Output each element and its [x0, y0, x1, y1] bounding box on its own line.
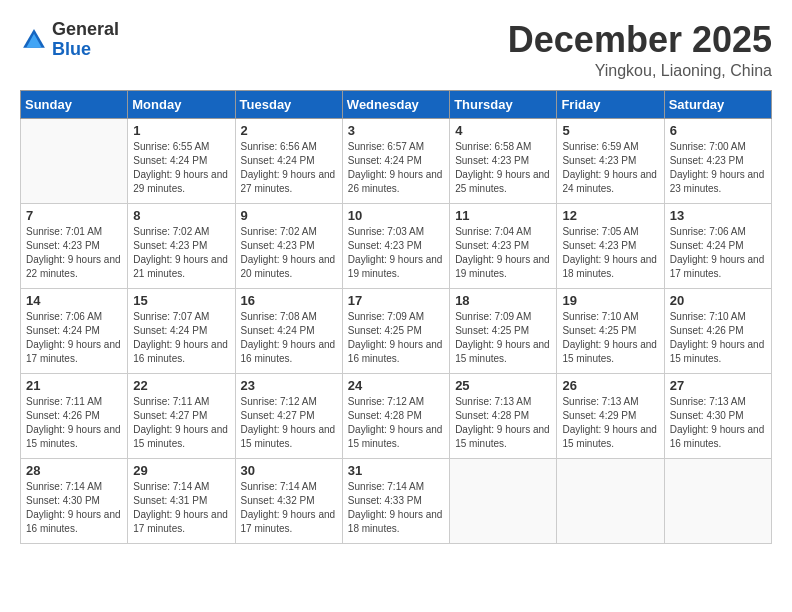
- day-info: Sunrise: 7:06 AMSunset: 4:24 PMDaylight:…: [26, 310, 122, 366]
- day-info: Sunrise: 7:05 AMSunset: 4:23 PMDaylight:…: [562, 225, 658, 281]
- day-info: Sunrise: 7:14 AMSunset: 4:33 PMDaylight:…: [348, 480, 444, 536]
- calendar-cell: 7Sunrise: 7:01 AMSunset: 4:23 PMDaylight…: [21, 203, 128, 288]
- day-number: 13: [670, 208, 766, 223]
- day-number: 30: [241, 463, 337, 478]
- calendar-cell: 30Sunrise: 7:14 AMSunset: 4:32 PMDayligh…: [235, 458, 342, 543]
- calendar-week-3: 14Sunrise: 7:06 AMSunset: 4:24 PMDayligh…: [21, 288, 772, 373]
- day-info: Sunrise: 7:00 AMSunset: 4:23 PMDaylight:…: [670, 140, 766, 196]
- day-info: Sunrise: 7:02 AMSunset: 4:23 PMDaylight:…: [241, 225, 337, 281]
- day-number: 2: [241, 123, 337, 138]
- calendar-cell: 25Sunrise: 7:13 AMSunset: 4:28 PMDayligh…: [450, 373, 557, 458]
- day-number: 20: [670, 293, 766, 308]
- weekday-header-sunday: Sunday: [21, 90, 128, 118]
- weekday-header-monday: Monday: [128, 90, 235, 118]
- day-info: Sunrise: 7:04 AMSunset: 4:23 PMDaylight:…: [455, 225, 551, 281]
- day-number: 31: [348, 463, 444, 478]
- calendar-cell: 8Sunrise: 7:02 AMSunset: 4:23 PMDaylight…: [128, 203, 235, 288]
- day-number: 14: [26, 293, 122, 308]
- day-info: Sunrise: 7:10 AMSunset: 4:25 PMDaylight:…: [562, 310, 658, 366]
- day-info: Sunrise: 7:01 AMSunset: 4:23 PMDaylight:…: [26, 225, 122, 281]
- calendar-cell: 23Sunrise: 7:12 AMSunset: 4:27 PMDayligh…: [235, 373, 342, 458]
- calendar-cell: 24Sunrise: 7:12 AMSunset: 4:28 PMDayligh…: [342, 373, 449, 458]
- day-number: 9: [241, 208, 337, 223]
- day-info: Sunrise: 7:13 AMSunset: 4:28 PMDaylight:…: [455, 395, 551, 451]
- calendar-cell: 20Sunrise: 7:10 AMSunset: 4:26 PMDayligh…: [664, 288, 771, 373]
- logo-blue: Blue: [52, 39, 91, 59]
- day-number: 23: [241, 378, 337, 393]
- calendar-cell: 17Sunrise: 7:09 AMSunset: 4:25 PMDayligh…: [342, 288, 449, 373]
- day-info: Sunrise: 7:07 AMSunset: 4:24 PMDaylight:…: [133, 310, 229, 366]
- calendar-cell: 28Sunrise: 7:14 AMSunset: 4:30 PMDayligh…: [21, 458, 128, 543]
- day-info: Sunrise: 7:13 AMSunset: 4:30 PMDaylight:…: [670, 395, 766, 451]
- day-number: 4: [455, 123, 551, 138]
- day-info: Sunrise: 7:14 AMSunset: 4:31 PMDaylight:…: [133, 480, 229, 536]
- day-number: 7: [26, 208, 122, 223]
- day-number: 5: [562, 123, 658, 138]
- day-number: 21: [26, 378, 122, 393]
- calendar-cell: 11Sunrise: 7:04 AMSunset: 4:23 PMDayligh…: [450, 203, 557, 288]
- day-number: 27: [670, 378, 766, 393]
- day-info: Sunrise: 7:11 AMSunset: 4:26 PMDaylight:…: [26, 395, 122, 451]
- day-info: Sunrise: 7:09 AMSunset: 4:25 PMDaylight:…: [455, 310, 551, 366]
- calendar-cell: [21, 118, 128, 203]
- calendar-cell: 22Sunrise: 7:11 AMSunset: 4:27 PMDayligh…: [128, 373, 235, 458]
- day-number: 22: [133, 378, 229, 393]
- weekday-header-tuesday: Tuesday: [235, 90, 342, 118]
- calendar-cell: 27Sunrise: 7:13 AMSunset: 4:30 PMDayligh…: [664, 373, 771, 458]
- logo-general: General: [52, 19, 119, 39]
- calendar-cell: 10Sunrise: 7:03 AMSunset: 4:23 PMDayligh…: [342, 203, 449, 288]
- day-number: 16: [241, 293, 337, 308]
- weekday-header-wednesday: Wednesday: [342, 90, 449, 118]
- day-number: 24: [348, 378, 444, 393]
- calendar-cell: 9Sunrise: 7:02 AMSunset: 4:23 PMDaylight…: [235, 203, 342, 288]
- calendar-cell: 2Sunrise: 6:56 AMSunset: 4:24 PMDaylight…: [235, 118, 342, 203]
- calendar-cell: 29Sunrise: 7:14 AMSunset: 4:31 PMDayligh…: [128, 458, 235, 543]
- day-info: Sunrise: 7:14 AMSunset: 4:32 PMDaylight:…: [241, 480, 337, 536]
- day-info: Sunrise: 6:57 AMSunset: 4:24 PMDaylight:…: [348, 140, 444, 196]
- day-info: Sunrise: 7:03 AMSunset: 4:23 PMDaylight:…: [348, 225, 444, 281]
- day-info: Sunrise: 6:56 AMSunset: 4:24 PMDaylight:…: [241, 140, 337, 196]
- day-number: 10: [348, 208, 444, 223]
- calendar-cell: 12Sunrise: 7:05 AMSunset: 4:23 PMDayligh…: [557, 203, 664, 288]
- day-info: Sunrise: 7:09 AMSunset: 4:25 PMDaylight:…: [348, 310, 444, 366]
- calendar-cell: [450, 458, 557, 543]
- day-info: Sunrise: 7:11 AMSunset: 4:27 PMDaylight:…: [133, 395, 229, 451]
- calendar-cell: 5Sunrise: 6:59 AMSunset: 4:23 PMDaylight…: [557, 118, 664, 203]
- calendar-table: SundayMondayTuesdayWednesdayThursdayFrid…: [20, 90, 772, 544]
- logo-text: General Blue: [52, 20, 119, 60]
- calendar-cell: 26Sunrise: 7:13 AMSunset: 4:29 PMDayligh…: [557, 373, 664, 458]
- day-number: 17: [348, 293, 444, 308]
- page-header: General Blue December 2025 Yingkou, Liao…: [20, 20, 772, 80]
- month-title: December 2025: [508, 20, 772, 60]
- day-info: Sunrise: 7:12 AMSunset: 4:27 PMDaylight:…: [241, 395, 337, 451]
- calendar-cell: [557, 458, 664, 543]
- day-number: 12: [562, 208, 658, 223]
- title-block: December 2025 Yingkou, Liaoning, China: [508, 20, 772, 80]
- day-number: 26: [562, 378, 658, 393]
- day-info: Sunrise: 7:10 AMSunset: 4:26 PMDaylight:…: [670, 310, 766, 366]
- day-info: Sunrise: 7:12 AMSunset: 4:28 PMDaylight:…: [348, 395, 444, 451]
- day-number: 3: [348, 123, 444, 138]
- day-number: 28: [26, 463, 122, 478]
- calendar-cell: 19Sunrise: 7:10 AMSunset: 4:25 PMDayligh…: [557, 288, 664, 373]
- weekday-header-saturday: Saturday: [664, 90, 771, 118]
- day-number: 19: [562, 293, 658, 308]
- location-title: Yingkou, Liaoning, China: [508, 62, 772, 80]
- generalblue-logo-icon: [20, 26, 48, 54]
- day-info: Sunrise: 6:55 AMSunset: 4:24 PMDaylight:…: [133, 140, 229, 196]
- day-number: 6: [670, 123, 766, 138]
- weekday-header-thursday: Thursday: [450, 90, 557, 118]
- day-info: Sunrise: 7:14 AMSunset: 4:30 PMDaylight:…: [26, 480, 122, 536]
- day-number: 11: [455, 208, 551, 223]
- calendar-cell: 21Sunrise: 7:11 AMSunset: 4:26 PMDayligh…: [21, 373, 128, 458]
- day-number: 29: [133, 463, 229, 478]
- day-number: 8: [133, 208, 229, 223]
- logo: General Blue: [20, 20, 119, 60]
- calendar-cell: 14Sunrise: 7:06 AMSunset: 4:24 PMDayligh…: [21, 288, 128, 373]
- day-info: Sunrise: 7:02 AMSunset: 4:23 PMDaylight:…: [133, 225, 229, 281]
- day-info: Sunrise: 6:59 AMSunset: 4:23 PMDaylight:…: [562, 140, 658, 196]
- calendar-week-4: 21Sunrise: 7:11 AMSunset: 4:26 PMDayligh…: [21, 373, 772, 458]
- day-number: 18: [455, 293, 551, 308]
- calendar-cell: 4Sunrise: 6:58 AMSunset: 4:23 PMDaylight…: [450, 118, 557, 203]
- day-number: 15: [133, 293, 229, 308]
